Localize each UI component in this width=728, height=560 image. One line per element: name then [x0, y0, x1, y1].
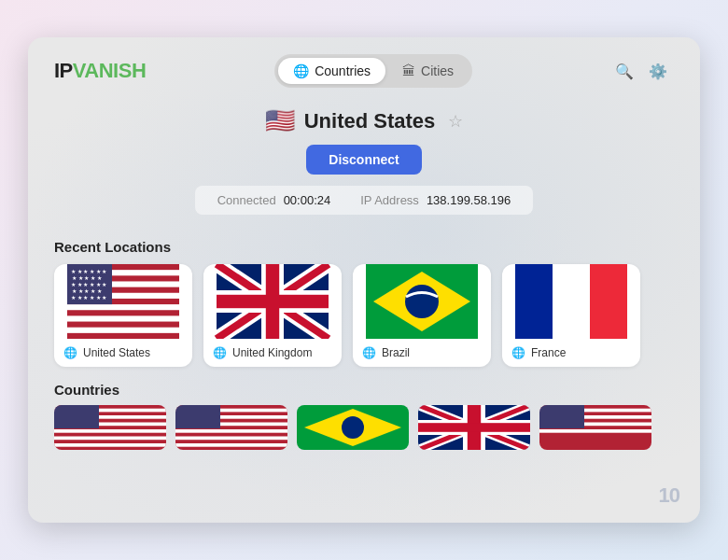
svg-rect-41 [175, 437, 287, 441]
countries-tab-icon: 🌐 [293, 63, 309, 78]
svg-rect-33 [54, 437, 166, 441]
card-label-uk: 🌐 United Kingdom [203, 339, 342, 367]
svg-rect-61 [539, 405, 584, 428]
country-strip-card-1[interactable] [54, 405, 166, 450]
svg-text:★ ★ ★ ★ ★ ★: ★ ★ ★ ★ ★ ★ [71, 269, 106, 274]
logo-vanish: VANISH [73, 59, 147, 83]
svg-rect-6 [67, 328, 179, 333]
svg-text:★ ★ ★ ★ ★: ★ ★ ★ ★ ★ [72, 288, 102, 294]
header-actions: 🔍 ⚙️ [609, 55, 674, 87]
tab-countries[interactable]: 🌐 Countries [278, 58, 385, 84]
svg-text:★ ★ ★ ★ ★ ★: ★ ★ ★ ★ ★ ★ [71, 282, 106, 287]
ip-address-label: IP Address [360, 193, 419, 207]
logo: IPVANISH [54, 59, 146, 83]
main-content: 🇺🇸 United States ☆ Disconnect Connected … [28, 99, 700, 523]
recent-locations-list: ★ ★ ★ ★ ★ ★ ★ ★ ★ ★ ★ ★ ★ ★ ★ ★ ★ ★ ★ ★ … [54, 264, 674, 367]
ip-address-status: IP Address 138.199.58.196 [360, 193, 511, 207]
tab-cities[interactable]: 🏛 Cities [387, 58, 469, 84]
connected-time: 00:00:24 [284, 193, 331, 207]
app-window: IPVANISH 🌐 Countries 🏛 Cities 🔍 ⚙️ [28, 37, 700, 523]
cities-tab-icon: 🏛 [402, 63, 415, 78]
location-card-us[interactable]: ★ ★ ★ ★ ★ ★ ★ ★ ★ ★ ★ ★ ★ ★ ★ ★ ★ ★ ★ ★ … [54, 264, 192, 367]
search-icon: 🔍 [615, 63, 634, 80]
country-strip-card-4[interactable] [418, 405, 530, 450]
card-label-fr-text: France [531, 346, 566, 359]
current-location-name: United States [304, 109, 436, 133]
location-card-fr[interactable]: 🌐 France [502, 264, 640, 367]
svg-rect-40 [175, 429, 287, 433]
svg-rect-43 [175, 405, 220, 428]
country-strip-card-5[interactable] [539, 405, 651, 450]
connected-status: Connected 00:00:24 [217, 193, 331, 207]
location-row: 🇺🇸 United States ☆ [265, 106, 464, 135]
search-button[interactable]: 🔍 [609, 55, 640, 87]
countries-tab-label: Countries [315, 63, 371, 78]
globe-icon-br: 🌐 [362, 346, 376, 359]
card-label-fr: 🌐 France [502, 339, 640, 367]
settings-button[interactable]: ⚙️ [642, 55, 674, 87]
countries-strip [54, 405, 674, 450]
card-label-us: 🌐 United States [54, 339, 192, 367]
card-label-br-text: Brazil [382, 346, 410, 359]
globe-icon-fr: 🌐 [511, 346, 525, 359]
countries-section-title: Countries [54, 382, 674, 398]
svg-rect-21 [217, 295, 329, 308]
country-strip-card-2[interactable] [175, 405, 287, 450]
svg-point-24 [405, 285, 439, 318]
globe-icon-uk: 🌐 [213, 346, 227, 359]
globe-icon-us: 🌐 [63, 346, 77, 359]
svg-point-46 [342, 416, 364, 439]
location-card-uk[interactable]: 🌐 United Kingdom [203, 264, 342, 367]
flag-area-us: ★ ★ ★ ★ ★ ★ ★ ★ ★ ★ ★ ★ ★ ★ ★ ★ ★ ★ ★ ★ … [54, 264, 192, 339]
svg-rect-55 [418, 423, 530, 432]
svg-rect-35 [54, 405, 99, 428]
cities-tab-label: Cities [421, 63, 454, 78]
flag-area-uk [203, 264, 342, 339]
flag-area-br [353, 264, 491, 339]
svg-rect-26 [553, 264, 590, 339]
current-location: 🇺🇸 United States ☆ Disconnect Connected … [54, 99, 674, 226]
svg-rect-25 [515, 264, 553, 339]
svg-rect-5 [67, 315, 179, 321]
card-label-br: 🌐 Brazil [353, 339, 491, 367]
logo-ip: IP [54, 59, 73, 83]
gear-icon: ⚙️ [649, 63, 667, 80]
connected-label: Connected [217, 193, 276, 207]
flag-area-fr [502, 264, 640, 339]
nav-tabs: 🌐 Countries 🏛 Cities [274, 54, 472, 88]
svg-rect-42 [175, 443, 287, 447]
svg-rect-27 [590, 264, 627, 339]
current-flag-emoji: 🇺🇸 [265, 106, 295, 135]
favorite-button[interactable]: ☆ [448, 111, 463, 132]
disconnect-button[interactable]: Disconnect [306, 145, 421, 175]
status-row: Connected 00:00:24 IP Address 138.199.58… [195, 186, 534, 215]
svg-text:★ ★ ★ ★ ★ ★: ★ ★ ★ ★ ★ ★ [71, 295, 106, 301]
card-label-uk-text: United Kingdom [232, 346, 312, 359]
header: IPVANISH 🌐 Countries 🏛 Cities 🔍 ⚙️ [28, 37, 700, 99]
ip-address-value: 138.199.58.196 [427, 193, 511, 207]
svg-rect-4 [67, 304, 179, 310]
location-card-br[interactable]: 🌐 Brazil [353, 264, 491, 367]
svg-rect-60 [539, 429, 651, 433]
recent-locations-title: Recent Locations [54, 239, 674, 255]
svg-rect-34 [54, 443, 166, 447]
svg-rect-32 [54, 429, 166, 433]
watermark: 10 [659, 483, 679, 508]
country-strip-card-3[interactable] [297, 405, 409, 450]
svg-text:★ ★ ★ ★ ★: ★ ★ ★ ★ ★ [72, 275, 102, 281]
card-label-us-text: United States [83, 346, 150, 359]
